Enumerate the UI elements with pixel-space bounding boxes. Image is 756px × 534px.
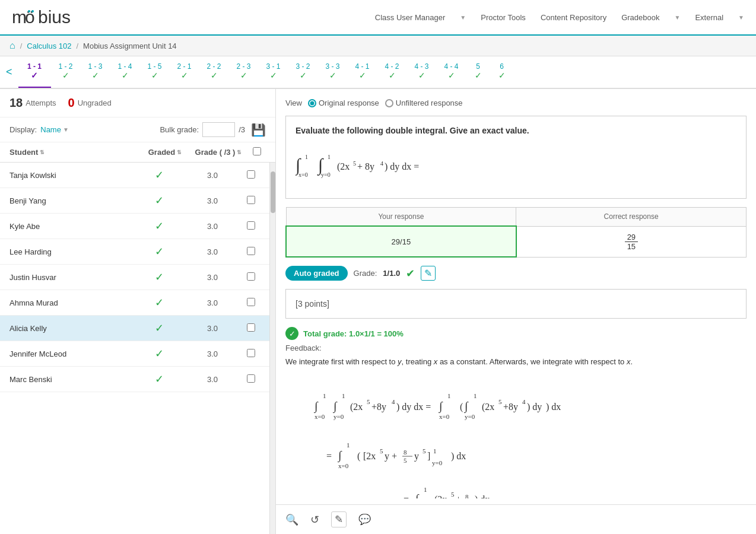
svg-text:∫: ∫ — [438, 399, 443, 414]
student-name[interactable]: Justin Husvar — [9, 273, 135, 282]
grade-label: Grade: — [354, 269, 377, 278]
svg-text:y: y — [414, 451, 419, 462]
nav-content-repository[interactable]: Content Repository — [541, 13, 606, 22]
student-select-checkbox[interactable] — [247, 349, 255, 357]
col-header-graded[interactable]: Graded ⇅ — [141, 148, 189, 157]
svg-text:∫: ∫ — [332, 399, 338, 414]
svg-text:) dy dx =: ) dy dx = — [396, 402, 431, 412]
col-header-check[interactable] — [248, 147, 266, 157]
select-all-checkbox[interactable] — [253, 147, 261, 155]
unfiltered-response-radio[interactable] — [385, 99, 393, 107]
original-response-radio-label[interactable]: Original response — [308, 98, 379, 107]
breadcrumb-calculus[interactable]: Calculus 102 — [27, 42, 71, 50]
student-select-checkbox[interactable] — [247, 196, 255, 204]
col-header-grade[interactable]: Grade ( /3 ) ⇅ — [189, 148, 248, 157]
student-name[interactable]: Alicia Kelly — [9, 324, 135, 333]
student-name[interactable]: Jennifer McLeod — [9, 349, 135, 358]
bulk-grade-input[interactable] — [202, 122, 235, 137]
student-grade-value: 3.0 — [183, 196, 242, 205]
tab-1-5[interactable]: 1 - 5 ✓ — [140, 56, 170, 88]
scrollbar-track[interactable] — [269, 163, 275, 534]
student-select-checkbox[interactable] — [247, 298, 255, 306]
tab-2-3[interactable]: 2 - 3 ✓ — [229, 56, 259, 88]
ungraded-label: Ungraded — [78, 98, 112, 107]
tab-1-3[interactable]: 1 - 3 ✓ — [81, 56, 110, 88]
tab-2-1[interactable]: 2 - 1 ✓ — [170, 56, 199, 88]
tab-1-1[interactable]: 1 - 1 ✓ — [18, 56, 51, 88]
search-tool-icon[interactable]: 🔍 — [285, 513, 298, 526]
svg-text:y=0: y=0 — [432, 459, 443, 466]
tab-check-4-2: ✓ — [389, 71, 396, 80]
left-panel: 18 Attempts 0 Ungraded Display: Name ▼ B… — [0, 89, 276, 534]
correct-response-header: Correct response — [516, 208, 747, 227]
tab-6[interactable]: 6 ✓ — [490, 56, 514, 88]
response-table: Your response Correct response 29/15 29 … — [285, 207, 747, 258]
original-response-radio[interactable] — [308, 99, 316, 107]
tab-3-2[interactable]: 3 - 2 ✓ — [288, 56, 318, 88]
student-select-checkbox[interactable] — [247, 247, 255, 255]
svg-text:) dy: ) dy — [527, 402, 542, 412]
student-name[interactable]: Benji Yang — [9, 196, 135, 205]
attempts-label: Attempts — [26, 98, 56, 107]
svg-text:5: 5 — [380, 447, 383, 454]
student-checkbox-cell — [242, 272, 260, 282]
student-select-checkbox[interactable] — [247, 170, 255, 179]
tab-3-1[interactable]: 3 - 1 ✓ — [259, 56, 288, 88]
home-icon[interactable]: ⌂ — [9, 40, 15, 51]
student-grade-value: 3.0 — [183, 222, 242, 231]
svg-text:=: = — [326, 451, 332, 461]
tab-check-3-3: ✓ — [329, 71, 336, 80]
scrollbar-thumb[interactable] — [271, 171, 275, 213]
student-checkbox-cell — [242, 170, 260, 180]
tab-4-2[interactable]: 4 - 2 ✓ — [377, 56, 407, 88]
student-name[interactable]: Kyle Abe — [9, 222, 135, 231]
student-grade-value: 3.0 — [183, 324, 242, 333]
grade-edit-icon[interactable]: ✎ — [421, 266, 436, 281]
logo[interactable]: m ö bius — [12, 4, 95, 31]
tab-2-2[interactable]: 2 - 2 ✓ — [199, 56, 229, 88]
nav-gradebook[interactable]: Gradebook — [621, 13, 659, 22]
nav-proctor-tools[interactable]: Proctor Tools — [481, 13, 526, 22]
nav-external[interactable]: External — [695, 13, 723, 22]
main-layout: 18 Attempts 0 Ungraded Display: Name ▼ B… — [0, 89, 756, 534]
total-grade-row: ✓ Total grade: 1.0×1/1 = 100% — [285, 327, 747, 340]
tab-4-4[interactable]: 4 - 4 ✓ — [437, 56, 466, 88]
tab-3-3[interactable]: 3 - 3 ✓ — [318, 56, 348, 88]
student-row: Jennifer McLeod ✓ 3.0 — [0, 341, 269, 367]
edit-tool-icon[interactable]: ✎ — [331, 511, 347, 527]
svg-text:5: 5 — [451, 491, 455, 498]
tab-4-3[interactable]: 4 - 3 ✓ — [407, 56, 437, 88]
col-header-student[interactable]: Student ⇅ — [9, 148, 141, 157]
right-panel: View Original response Unfiltered respon… — [276, 89, 756, 534]
student-row: Kyle Abe ✓ 3.0 — [0, 214, 269, 239]
student-row: Marc Benski ✓ 3.0 — [0, 367, 269, 392]
nav-class-user-manager[interactable]: Class User Manager — [375, 13, 446, 22]
unfiltered-response-radio-label[interactable]: Unfiltered response — [385, 98, 463, 107]
grade-bar: Auto graded Grade: 1/1.0 ✔ ✎ — [285, 266, 747, 281]
student-graded-check: ✓ — [135, 347, 183, 360]
svg-text:[2x: [2x — [363, 451, 376, 461]
reset-tool-icon[interactable]: ↺ — [310, 513, 319, 526]
student-select-checkbox[interactable] — [247, 323, 255, 332]
student-name[interactable]: Marc Benski — [9, 375, 135, 384]
student-select-checkbox[interactable] — [247, 374, 255, 383]
student-select-checkbox[interactable] — [247, 221, 255, 230]
tab-1-2[interactable]: 1 - 2 ✓ — [51, 56, 81, 88]
students-list: Tanja Kowlski ✓ 3.0 Benji Yang ✓ 3.0 Kyl… — [0, 163, 275, 534]
tab-4-1[interactable]: 4 - 1 ✓ — [348, 56, 377, 88]
student-select-checkbox[interactable] — [247, 272, 255, 281]
tab-prev-button[interactable]: < — [0, 66, 18, 78]
comment-tool-icon[interactable]: 💬 — [358, 513, 371, 526]
svg-text:(2x: (2x — [482, 402, 494, 412]
svg-text:1: 1 — [328, 154, 331, 160]
student-name[interactable]: Lee Harding — [9, 247, 135, 256]
save-bulk-icon[interactable]: 💾 — [251, 123, 266, 137]
student-name[interactable]: Tanja Kowlski — [9, 171, 135, 180]
display-select[interactable]: Name ▼ — [40, 125, 69, 134]
tab-1-4[interactable]: 1 - 4 ✓ — [110, 56, 140, 88]
tab-5[interactable]: 5 ✓ — [466, 56, 490, 88]
student-grade-value: 3.0 — [183, 298, 242, 307]
student-name[interactable]: Ahmna Murad — [9, 298, 135, 307]
svg-text:y +: y + — [385, 451, 397, 462]
svg-text:(: ( — [460, 402, 463, 412]
